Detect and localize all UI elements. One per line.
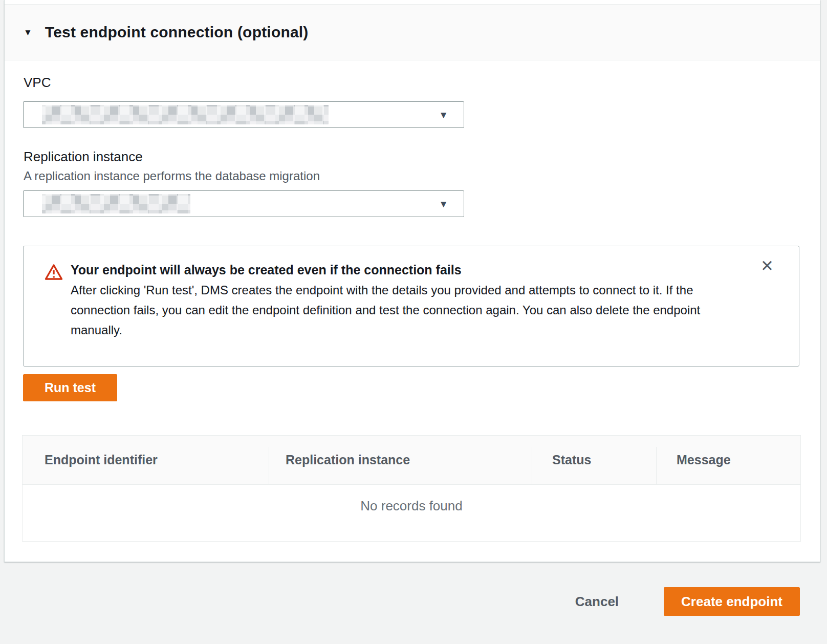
warning-content: Your endpoint will always be created eve… bbox=[71, 260, 736, 366]
vpc-label: VPC bbox=[24, 75, 51, 91]
replication-instance-description: A replication instance performs the data… bbox=[24, 169, 320, 183]
test-results-table: Endpoint identifier Replication instance… bbox=[22, 435, 801, 542]
replication-redacted-value bbox=[42, 194, 190, 213]
caret-down-icon: ▼ bbox=[439, 199, 448, 209]
create-endpoint-button[interactable]: Create endpoint bbox=[664, 587, 800, 616]
replication-instance-select[interactable]: ▼ bbox=[23, 190, 464, 217]
warning-triangle-icon bbox=[45, 264, 63, 366]
warning-body: After clicking 'Run test', DMS creates t… bbox=[71, 280, 736, 340]
vpc-select[interactable]: ▼ bbox=[23, 101, 464, 128]
warning-title: Your endpoint will always be created eve… bbox=[71, 260, 736, 280]
replication-instance-label: Replication instance bbox=[24, 149, 143, 165]
vpc-redacted-value bbox=[42, 105, 329, 124]
column-header-message: Message bbox=[656, 436, 800, 484]
table-header-row: Endpoint identifier Replication instance… bbox=[23, 436, 800, 485]
warning-alert: Your endpoint will always be created eve… bbox=[23, 246, 799, 367]
close-icon[interactable]: ✕ bbox=[756, 254, 778, 277]
footer-actions: Cancel Create endpoint bbox=[575, 587, 800, 616]
table-empty-state: No records found bbox=[23, 485, 800, 541]
collapse-triangle-icon[interactable]: ▼ bbox=[24, 28, 32, 37]
cancel-button[interactable]: Cancel bbox=[575, 594, 619, 610]
section-title: Test endpoint connection (optional) bbox=[45, 24, 309, 41]
column-header-endpoint-identifier: Endpoint identifier bbox=[23, 436, 269, 484]
section-header[interactable]: ▼ Test endpoint connection (optional) bbox=[5, 4, 820, 60]
test-endpoint-card: ▼ Test endpoint connection (optional) VP… bbox=[4, 0, 820, 562]
run-test-button[interactable]: Run test bbox=[23, 374, 117, 401]
column-header-status: Status bbox=[532, 436, 656, 484]
column-header-replication-instance: Replication instance bbox=[269, 436, 532, 484]
caret-down-icon: ▼ bbox=[439, 110, 448, 120]
